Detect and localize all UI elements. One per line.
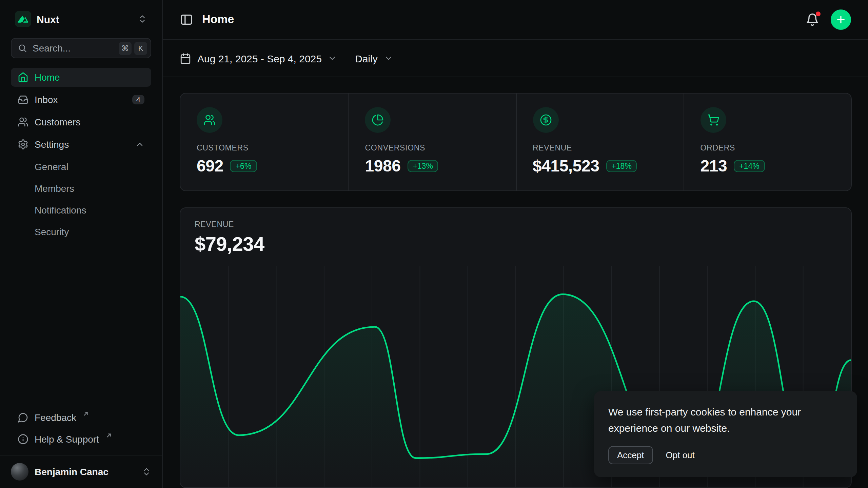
- sidebar-item-label: Home: [35, 72, 60, 83]
- collapse-sidebar-button[interactable]: [180, 13, 193, 26]
- inbox-count-badge: 4: [132, 95, 144, 104]
- sub-item-label: Security: [35, 226, 69, 237]
- chevron-down-icon: [328, 54, 337, 63]
- search-icon: [18, 43, 27, 53]
- sub-item-label: General: [35, 161, 68, 172]
- search-input[interactable]: Search... ⌘ K: [11, 38, 151, 58]
- sidebar-subitem-members[interactable]: Members: [11, 179, 151, 197]
- external-link-icon: [83, 411, 89, 417]
- stat-delta-badge: +14%: [734, 160, 765, 172]
- sidebar-item-home[interactable]: Home: [11, 68, 151, 87]
- chevron-down-icon: [384, 54, 393, 63]
- external-link-icon: [106, 432, 112, 439]
- sidebar-item-label: Customers: [35, 117, 80, 127]
- user-menu[interactable]: Benjamin Canac: [0, 455, 162, 488]
- gear-icon: [18, 139, 28, 150]
- page-title: Home: [202, 13, 234, 26]
- stats-card: CUSTOMERS 692 +6% CONVERSIONS 1986 +13%: [180, 93, 852, 191]
- sidebar-item-label: Inbox: [35, 94, 58, 105]
- stat-label: REVENUE: [533, 144, 667, 152]
- cookie-message: We use first-party cookies to enhance yo…: [608, 404, 843, 437]
- sidebar: Nuxt Search... ⌘ K Home Inbox: [0, 0, 163, 488]
- shopping-cart-icon: [707, 114, 719, 126]
- sidebar-item-label: Settings: [35, 139, 69, 150]
- cookie-accept-button[interactable]: Accept: [608, 446, 653, 464]
- chart-pie-icon: [372, 114, 384, 126]
- stat-conversions: CONVERSIONS 1986 +13%: [348, 94, 516, 190]
- sidebar-item-settings[interactable]: Settings: [11, 135, 151, 154]
- stat-value: 692: [197, 157, 223, 176]
- stat-label: ORDERS: [701, 144, 835, 152]
- sub-item-label: Members: [35, 183, 74, 194]
- date-range-label: Aug 21, 2025 - Sep 4, 2025: [197, 53, 322, 64]
- sidebar-subitem-general[interactable]: General: [11, 157, 151, 176]
- add-button[interactable]: [831, 9, 851, 30]
- sidebar-subitem-security[interactable]: Security: [11, 222, 151, 241]
- kbd-cmd: ⌘: [119, 42, 132, 55]
- info-circle-icon: [18, 433, 28, 444]
- help-support-link[interactable]: Help & Support: [11, 430, 151, 448]
- feedback-link[interactable]: Feedback: [11, 408, 151, 426]
- chevrons-up-down-icon: [138, 14, 147, 24]
- currency-dollar-icon: [539, 114, 552, 126]
- sidebar-subitem-notifications[interactable]: Notifications: [11, 201, 151, 219]
- notification-dot: [816, 12, 821, 16]
- sidebar-item-customers[interactable]: Customers: [11, 113, 151, 131]
- search-shortcut: ⌘ K: [119, 42, 147, 55]
- period-select[interactable]: Daily: [355, 53, 393, 64]
- period-label: Daily: [355, 53, 378, 64]
- search-placeholder: Search...: [33, 43, 113, 54]
- inbox-icon: [18, 94, 28, 105]
- stat-delta-badge: +13%: [407, 160, 438, 172]
- sub-item-label: Notifications: [35, 204, 86, 215]
- footer-item-label: Feedback: [35, 412, 76, 423]
- plus-icon: [835, 14, 846, 25]
- kbd-k: K: [134, 42, 147, 55]
- panel-left-icon: [180, 13, 193, 26]
- top-header: Home: [163, 0, 868, 40]
- stat-label: CONVERSIONS: [365, 144, 500, 152]
- user-name: Benjamin Canac: [35, 466, 136, 477]
- users-icon: [18, 117, 28, 127]
- users-icon: [203, 114, 216, 126]
- workspace-name: Nuxt: [37, 13, 132, 25]
- chat-bubble-icon: [18, 412, 28, 423]
- dashboard-app: Nuxt Search... ⌘ K Home Inbox: [0, 0, 868, 488]
- stat-customers: CUSTOMERS 692 +6%: [180, 94, 348, 190]
- stat-value: 1986: [365, 157, 401, 176]
- revenue-chart-value: $79,234: [195, 233, 837, 256]
- chevrons-up-down-icon: [142, 467, 151, 476]
- footer-item-label: Help & Support: [35, 433, 99, 444]
- stat-delta-badge: +6%: [230, 160, 257, 172]
- sidebar-nav: Home Inbox 4 Customers Settings: [11, 68, 151, 241]
- cookie-optout-button[interactable]: Opt out: [666, 450, 695, 460]
- filters-toolbar: Aug 21, 2025 - Sep 4, 2025 Daily: [163, 40, 868, 77]
- nuxt-logo-icon: [15, 11, 31, 27]
- workspace-switcher[interactable]: Nuxt: [11, 8, 151, 30]
- stat-label: CUSTOMERS: [197, 144, 332, 152]
- stat-value: 213: [701, 157, 727, 176]
- calendar-icon: [180, 53, 191, 64]
- home-icon: [18, 72, 28, 83]
- revenue-chart-label: REVENUE: [195, 220, 837, 228]
- stat-orders: ORDERS 213 +14%: [684, 94, 851, 190]
- chevron-up-icon: [135, 140, 144, 149]
- stat-revenue: REVENUE $415,523 +18%: [516, 94, 684, 190]
- notifications-button[interactable]: [806, 13, 819, 26]
- stat-value: $415,523: [533, 157, 599, 176]
- stat-delta-badge: +18%: [606, 160, 637, 172]
- sidebar-item-inbox[interactable]: Inbox 4: [11, 90, 151, 109]
- cookie-banner: We use first-party cookies to enhance yo…: [594, 391, 857, 477]
- date-range-picker[interactable]: Aug 21, 2025 - Sep 4, 2025: [180, 53, 337, 64]
- avatar: [11, 463, 28, 481]
